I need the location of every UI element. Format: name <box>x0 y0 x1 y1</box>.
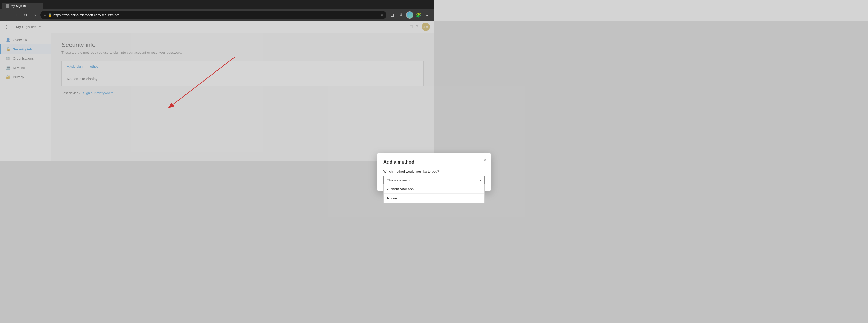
annotation-arrow <box>103 51 238 119</box>
lock-icon: 🔒 <box>48 13 52 17</box>
url-input[interactable] <box>54 13 379 17</box>
dialog-title: Add a method <box>383 159 434 162</box>
svg-line-1 <box>168 57 235 108</box>
menu-icon-btn[interactable]: ≡ <box>424 11 431 19</box>
modal-overlay: Add a method ✕ Which method would you li… <box>0 21 434 162</box>
toolbar: ← → ↻ ⌂ 🛡 🔒 ☆ ⊡ ⬇ 🧩 ≡ <box>0 9 434 21</box>
forward-button[interactable]: → <box>12 11 20 19</box>
tab-bar: My Sign-Ins <box>0 0 434 9</box>
extensions-icon-btn[interactable]: 🧩 <box>415 11 422 19</box>
downloads-icon-btn[interactable]: ⬇ <box>397 11 405 19</box>
reload-button[interactable]: ↻ <box>22 11 29 19</box>
shield-icon: 🛡 <box>43 13 46 17</box>
home-button[interactable]: ⌂ <box>31 11 38 19</box>
profile-icon-btn[interactable] <box>406 11 413 19</box>
tab-favicon <box>6 4 9 8</box>
tab-title: My Sign-Ins <box>11 4 27 8</box>
star-icon: ☆ <box>380 13 383 17</box>
back-button[interactable]: ← <box>3 11 10 19</box>
active-tab[interactable]: My Sign-Ins <box>2 3 43 9</box>
dialog: Add a method ✕ Which method would you li… <box>377 153 434 162</box>
address-bar[interactable]: 🛡 🔒 ☆ <box>40 11 386 19</box>
browser-chrome: My Sign-Ins ← → ↻ ⌂ 🛡 🔒 ☆ ⊡ ⬇ 🧩 ≡ <box>0 0 434 21</box>
toolbar-right: ⊡ ⬇ 🧩 ≡ <box>389 11 431 19</box>
collections-icon-btn[interactable]: ⊡ <box>389 11 396 19</box>
